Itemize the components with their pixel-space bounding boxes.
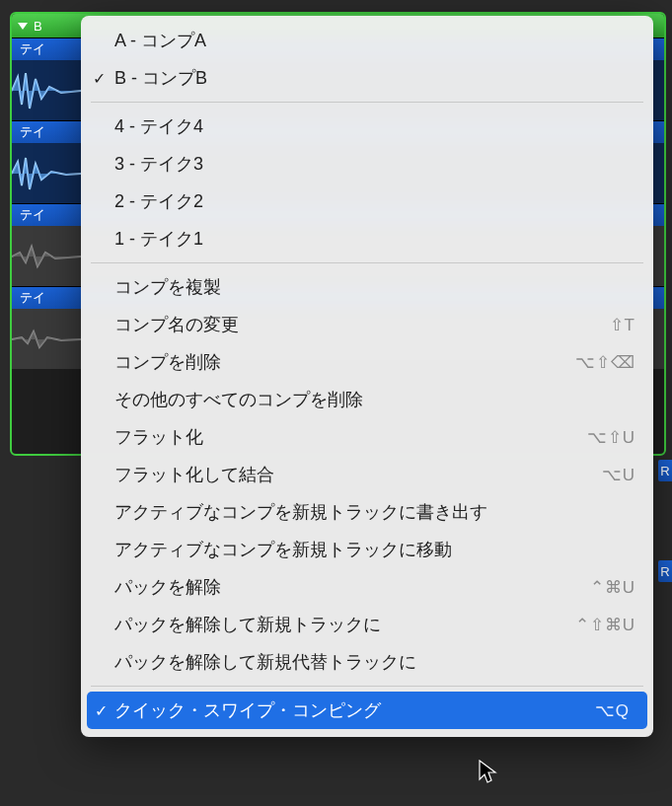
menu-item-rename-comp[interactable]: コンプ名の変更 ⇧T xyxy=(81,306,653,343)
menu-item-unpack-new-alt-tracks[interactable]: パックを解除して新規代替トラックに xyxy=(81,643,653,681)
menu-shortcut: ⌥⇧⌫ xyxy=(575,352,635,373)
menu-item-comp-b[interactable]: ✓ B - コンプB xyxy=(81,59,653,97)
waveform-icon xyxy=(12,316,81,363)
disclosure-triangle-icon[interactable] xyxy=(18,23,28,30)
menu-shortcut: ⇧T xyxy=(610,315,635,335)
menu-item-label: コンプを複製 xyxy=(114,275,635,299)
take-label: テイ xyxy=(20,206,45,224)
menu-item-label: 2 - テイク2 xyxy=(114,189,635,213)
menu-item-label: パックを解除して新規トラックに xyxy=(114,613,575,636)
menu-item-label: アクティブなコンプを新規トラックに移動 xyxy=(114,538,635,561)
menu-shortcut: ⌃⇧⌘U xyxy=(575,615,635,635)
menu-item-label: A - コンプA xyxy=(114,29,635,52)
menu-item-take-3[interactable]: 3 - テイク3 xyxy=(81,145,653,183)
menu-item-label: コンプを削除 xyxy=(114,350,575,374)
menu-item-label: フラット化して結合 xyxy=(114,463,602,486)
menu-item-unpack-new-tracks[interactable]: パックを解除して新規トラックに ⌃⇧⌘U xyxy=(81,606,653,643)
waveform-icon xyxy=(12,150,81,197)
menu-item-label: 3 - テイク3 xyxy=(114,152,635,176)
waveform-icon xyxy=(12,67,81,114)
menu-item-unpack[interactable]: パックを解除 ⌃⌘U xyxy=(81,568,653,606)
comp-header-label: B xyxy=(34,19,42,34)
menu-item-take-4[interactable]: 4 - テイク4 xyxy=(81,108,653,145)
menu-item-label: クイック・スワイプ・コンピング xyxy=(114,698,595,722)
menu-separator xyxy=(91,102,643,103)
menu-item-export-active-new-track[interactable]: アクティブなコンプを新規トラックに書き出す xyxy=(81,493,653,531)
menu-item-label: その他のすべてのコンプを削除 xyxy=(114,388,635,411)
menu-item-label: アクティブなコンプを新規トラックに書き出す xyxy=(114,500,635,524)
menu-shortcut: ⌥⇧U xyxy=(587,427,635,448)
menu-shortcut: ⌥U xyxy=(602,465,635,485)
menu-separator xyxy=(91,686,643,687)
take-label: テイ xyxy=(20,289,45,307)
take-folder-menu: A - コンプA ✓ B - コンプB 4 - テイク4 3 - テイク3 2 … xyxy=(81,16,653,737)
take-label: テイ xyxy=(20,40,45,58)
region-stub[interactable]: R xyxy=(658,560,672,582)
menu-item-move-active-new-track[interactable]: アクティブなコンプを新規トラックに移動 xyxy=(81,531,653,568)
menu-item-comp-a[interactable]: A - コンプA xyxy=(81,22,653,59)
menu-item-flatten[interactable]: フラット化 ⌥⇧U xyxy=(81,418,653,456)
waveform-icon xyxy=(12,233,81,280)
menu-item-delete-other-comps[interactable]: その他のすべてのコンプを削除 xyxy=(81,381,653,418)
menu-item-take-1[interactable]: 1 - テイク1 xyxy=(81,220,653,257)
menu-item-label: 4 - テイク4 xyxy=(114,114,635,138)
check-icon: ✓ xyxy=(93,69,106,88)
check-icon: ✓ xyxy=(95,701,108,720)
menu-item-flatten-merge[interactable]: フラット化して結合 ⌥U xyxy=(81,456,653,493)
menu-item-label: コンプ名の変更 xyxy=(114,313,610,336)
menu-shortcut: ⌃⌘U xyxy=(590,577,635,598)
menu-item-label: パックを解除して新規代替トラックに xyxy=(114,650,635,674)
menu-separator xyxy=(91,262,643,263)
menu-item-label: B - コンプB xyxy=(114,66,635,90)
menu-item-take-2[interactable]: 2 - テイク2 xyxy=(81,183,653,220)
menu-item-label: 1 - テイク1 xyxy=(114,227,635,251)
menu-item-quick-swipe-comping[interactable]: ✓ クイック・スワイプ・コンピング ⌥Q xyxy=(87,692,647,729)
mouse-cursor-icon xyxy=(479,760,498,785)
menu-item-label: パックを解除 xyxy=(114,575,590,599)
menu-shortcut: ⌥Q xyxy=(595,700,630,721)
menu-item-duplicate-comp[interactable]: コンプを複製 xyxy=(81,268,653,306)
take-label: テイ xyxy=(20,123,45,141)
region-stub[interactable]: R xyxy=(658,460,672,481)
menu-item-delete-comp[interactable]: コンプを削除 ⌥⇧⌫ xyxy=(81,343,653,381)
menu-item-label: フラット化 xyxy=(114,425,587,449)
